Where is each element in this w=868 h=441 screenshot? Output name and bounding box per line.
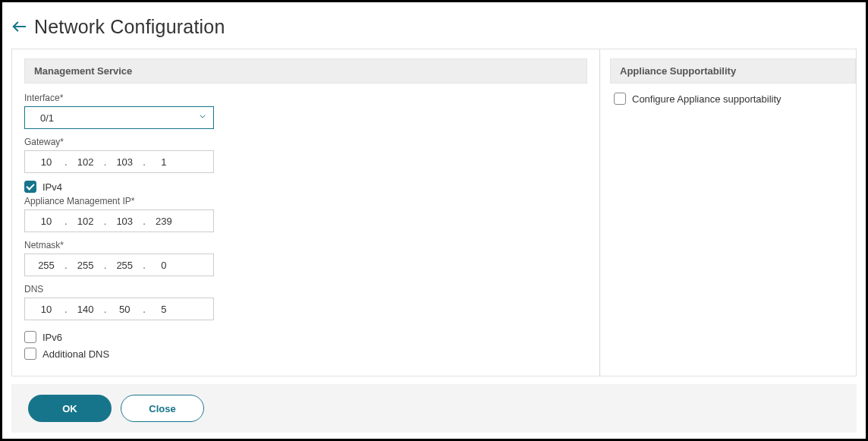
back-arrow-icon[interactable] [11,19,28,36]
footer-bar: OK Close [11,384,857,433]
gateway-label: Gateway* [24,137,587,147]
supportability-panel: Appliance Supportability Configure Appli… [600,49,856,376]
dns-octet-3[interactable] [108,304,141,315]
dns-octet-4[interactable] [147,304,181,315]
management-section-header: Management Service [24,58,587,83]
ipv6-checkbox[interactable] [24,331,36,343]
configure-supportability-checkbox[interactable] [614,93,626,105]
additional-dns-label: Additional DNS [42,348,109,360]
ipv6-label: IPv6 [42,332,62,343]
management-panel: Management Service Interface* 0/1 Gatewa… [12,49,600,376]
gateway-octet-4[interactable] [147,156,181,168]
appliance-ip-octet-1[interactable] [30,216,63,227]
appliance-ip-octet-4[interactable] [147,216,181,227]
configure-supportability-label: Configure Appliance supportability [632,93,782,105]
ok-button[interactable]: OK [28,395,112,422]
gateway-octet-1[interactable] [30,156,63,168]
dns-octet-1[interactable] [30,304,63,315]
dns-input[interactable]: . . . [24,298,214,320]
content-area: Management Service Interface* 0/1 Gatewa… [11,49,857,376]
page-header: Network Configuration [2,2,866,49]
chevron-down-icon [198,112,207,124]
netmask-octet-2[interactable] [69,260,102,271]
appliance-ip-label: Appliance Management IP* [24,196,587,206]
netmask-octet-4[interactable] [147,260,181,271]
supportability-section-header: Appliance Supportability [610,58,856,83]
dns-octet-2[interactable] [69,304,102,315]
netmask-octet-1[interactable] [30,260,63,271]
ipv4-label: IPv4 [42,181,62,193]
interface-value: 0/1 [40,112,54,124]
additional-dns-checkbox[interactable] [24,348,36,360]
netmask-label: Netmask* [24,240,587,250]
interface-label: Interface* [24,93,587,103]
gateway-octet-2[interactable] [69,156,102,168]
appliance-ip-octet-3[interactable] [108,216,141,227]
netmask-input[interactable]: . . . [24,254,214,276]
page-title: Network Configuration [34,16,225,38]
ipv4-checkbox[interactable] [24,181,36,193]
appliance-ip-input[interactable]: . . . [24,209,214,232]
close-button[interactable]: Close [121,395,204,422]
dns-label: DNS [24,284,587,295]
appliance-ip-octet-2[interactable] [69,216,102,227]
interface-select[interactable]: 0/1 [24,106,214,129]
gateway-octet-3[interactable] [108,156,141,168]
netmask-octet-3[interactable] [108,260,141,271]
gateway-input[interactable]: . . . [24,150,214,173]
